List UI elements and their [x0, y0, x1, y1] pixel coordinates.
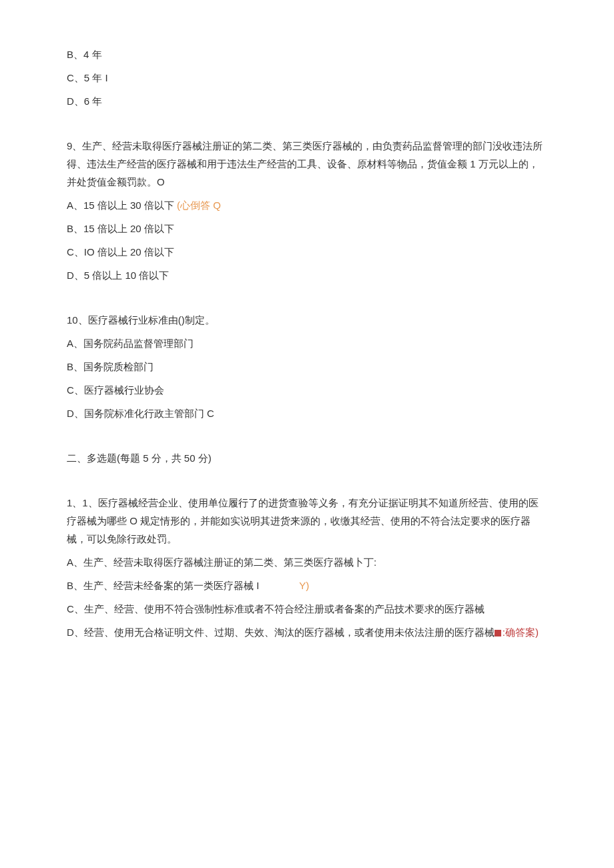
- q10-option-b: B、国务院质检部门: [67, 358, 547, 376]
- s2q1-option-b: B、生产、经营未经备案的第一类医疗器械 IY): [67, 576, 547, 594]
- s2q1-stem: 1、1、医疗器械经营企业、使用单位履行了的进货查验等义务，有充分证据证明其不知道…: [67, 494, 547, 548]
- q9-stem: 9、生产、经营未取得医疗器械注册证的第二类、第三类医疗器械的，由负责药品监督管理…: [67, 137, 547, 191]
- q8-option-c: C、5 年 I: [67, 69, 547, 87]
- s2q1-option-b-annotation: Y): [299, 580, 309, 591]
- q9-option-a: A、15 倍以上 30 倍以下 (心倒答 Q: [67, 196, 547, 214]
- q9-option-d: D、5 倍以上 10 倍以下: [67, 266, 547, 284]
- q8-option-d: D、6 年: [67, 92, 547, 110]
- s2q1-option-d: D、经营、使用无合格证明文件、过期、失效、淘汰的医疗器械，或者使用未依法注册的医…: [67, 623, 547, 641]
- q9-option-c: C、IO 倍以上 20 倍以下: [67, 243, 547, 261]
- s2q1-option-b-text: B、生产、经营未经备案的第一类医疗器械 I: [67, 580, 259, 591]
- red-box-icon: [495, 630, 501, 636]
- q10-stem: 10、医疗器械行业标准由()制定。: [67, 311, 547, 329]
- s2q1-option-c: C、生产、经营、使用不符合强制性标准或者不符合经注册或者备案的产品技术要求的医疗…: [67, 600, 547, 618]
- s2q1-option-d-annotation: :确答案): [503, 626, 539, 638]
- q9-option-b: B、15 倍以上 20 倍以下: [67, 220, 547, 238]
- q9-option-a-annotation: (心倒答 Q: [177, 199, 221, 211]
- s2q1-option-a: A、生产、经营未取得医疗器械注册证的第二类、第三类医疗器械卜丁:: [67, 553, 547, 571]
- q8-option-b: B、4 年: [67, 45, 547, 63]
- s2q1-option-d-text: D、经营、使用无合格证明文件、过期、失效、淘汰的医疗器械，或者使用未依法注册的医…: [67, 626, 495, 638]
- q10-option-c: C、医疗器械行业协会: [67, 381, 547, 399]
- q10-option-a: A、国务院药品监督管理部门: [67, 334, 547, 352]
- q10-option-d: D、国务院标准化行政主管部门 C: [67, 404, 547, 422]
- section2-header: 二、多选题(每题 5 分，共 50 分): [67, 449, 547, 467]
- q9-option-a-text: A、15 倍以上 30 倍以下: [67, 199, 174, 211]
